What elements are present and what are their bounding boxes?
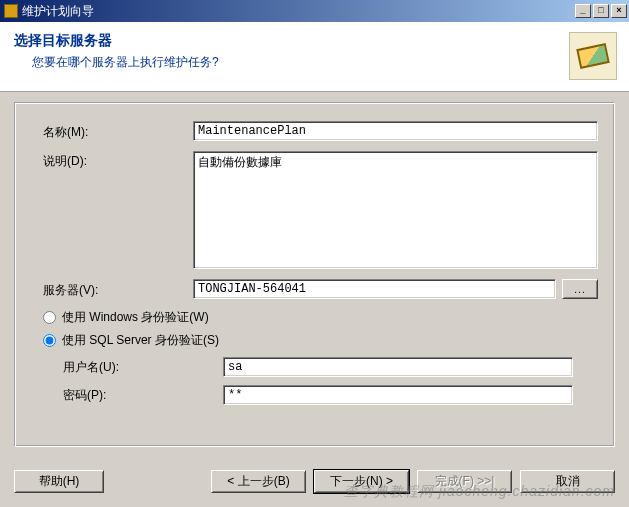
wizard-header: 选择目标服务器 您要在哪个服务器上执行维护任务? (0, 22, 629, 92)
password-input[interactable] (223, 385, 573, 405)
name-label: 名称(M): (43, 122, 193, 141)
window-title: 维护计划向导 (22, 3, 573, 20)
sql-auth-radio-label[interactable]: 使用 SQL Server 身份验证(S) (43, 332, 598, 349)
wizard-icon (569, 32, 617, 80)
minimize-button[interactable]: _ (575, 4, 591, 18)
finish-button: 完成(F) >>| (417, 470, 512, 493)
sql-auth-radio[interactable] (43, 334, 56, 347)
back-button[interactable]: < 上一步(B) (211, 470, 306, 493)
name-input[interactable] (193, 121, 598, 141)
windows-auth-text: 使用 Windows 身份验证(W) (62, 309, 209, 326)
sql-auth-text: 使用 SQL Server 身份验证(S) (62, 332, 219, 349)
password-label: 密码(P): (43, 387, 223, 404)
browse-server-button[interactable]: ... (562, 279, 598, 299)
description-textarea[interactable]: 自動備份數據庫 (193, 151, 598, 269)
help-button[interactable]: 帮助(H) (14, 470, 104, 493)
close-button[interactable]: × (611, 4, 627, 18)
windows-auth-radio-label[interactable]: 使用 Windows 身份验证(W) (43, 309, 598, 326)
cancel-button[interactable]: 取消 (520, 470, 615, 493)
titlebar: 维护计划向导 _ □ × (0, 0, 629, 22)
app-icon (4, 4, 18, 18)
form-panel: 名称(M): 说明(D): 自動備份數據庫 服务器(V): ... 使用 Win… (14, 102, 615, 447)
maximize-button[interactable]: □ (593, 4, 609, 18)
next-button[interactable]: 下一步(N) > (314, 470, 409, 493)
button-bar: 帮助(H) < 上一步(B) 下一步(N) > 完成(F) >>| 取消 (14, 470, 615, 493)
page-title: 选择目标服务器 (14, 32, 615, 50)
server-label: 服务器(V): (43, 280, 193, 299)
page-subtitle: 您要在哪个服务器上执行维护任务? (32, 54, 615, 71)
username-input[interactable] (223, 357, 573, 377)
username-label: 用户名(U): (43, 359, 223, 376)
description-label: 说明(D): (43, 151, 193, 170)
windows-auth-radio[interactable] (43, 311, 56, 324)
server-input[interactable] (193, 279, 556, 299)
